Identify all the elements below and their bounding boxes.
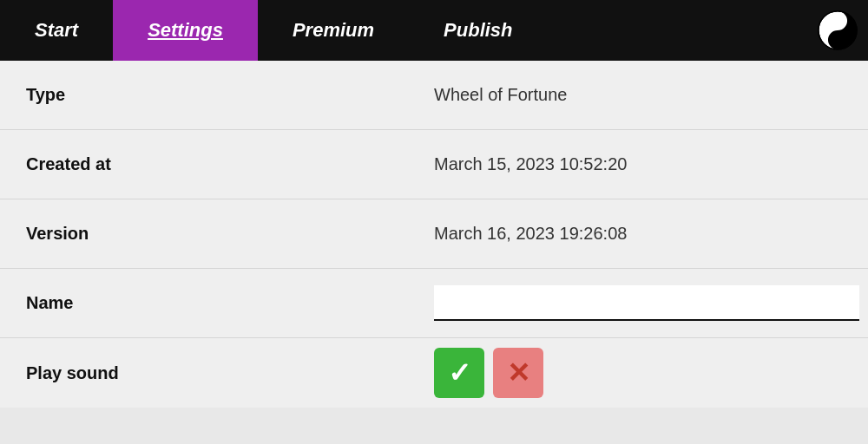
created-at-value: March 15, 2023 10:52:20 bbox=[434, 154, 842, 174]
version-value: March 16, 2023 19:26:08 bbox=[434, 224, 842, 244]
sound-check-button[interactable]: ✓ bbox=[434, 348, 484, 398]
navbar: Start Settings Premium Publish bbox=[0, 0, 868, 61]
nav-item-premium[interactable]: Premium bbox=[258, 0, 409, 61]
svg-point-2 bbox=[833, 36, 841, 43]
type-value: Wheel of Fortune bbox=[434, 85, 842, 105]
version-label: Version bbox=[26, 224, 434, 244]
yin-yang-icon[interactable] bbox=[807, 0, 868, 61]
name-label: Name bbox=[26, 293, 434, 313]
type-label: Type bbox=[26, 85, 434, 105]
nav-item-settings[interactable]: Settings bbox=[113, 0, 258, 61]
name-row: Name bbox=[0, 269, 868, 338]
version-row: Version March 16, 2023 19:26:08 bbox=[0, 199, 868, 269]
settings-content: Type Wheel of Fortune Created at March 1… bbox=[0, 61, 868, 408]
play-sound-buttons: ✓ ✕ bbox=[434, 348, 842, 398]
name-input-container bbox=[434, 285, 859, 321]
play-sound-label: Play sound bbox=[26, 363, 434, 383]
created-at-row: Created at March 15, 2023 10:52:20 bbox=[0, 130, 868, 199]
nav-item-publish[interactable]: Publish bbox=[409, 0, 547, 61]
type-row: Type Wheel of Fortune bbox=[0, 61, 868, 130]
sound-x-button[interactable]: ✕ bbox=[493, 348, 543, 398]
play-sound-row: Play sound ✓ ✕ bbox=[0, 338, 868, 408]
check-icon: ✓ bbox=[448, 356, 471, 389]
name-input[interactable] bbox=[434, 285, 859, 321]
svg-point-1 bbox=[833, 16, 841, 24]
created-at-label: Created at bbox=[26, 154, 434, 174]
nav-item-start[interactable]: Start bbox=[0, 0, 113, 61]
x-icon: ✕ bbox=[507, 356, 530, 389]
